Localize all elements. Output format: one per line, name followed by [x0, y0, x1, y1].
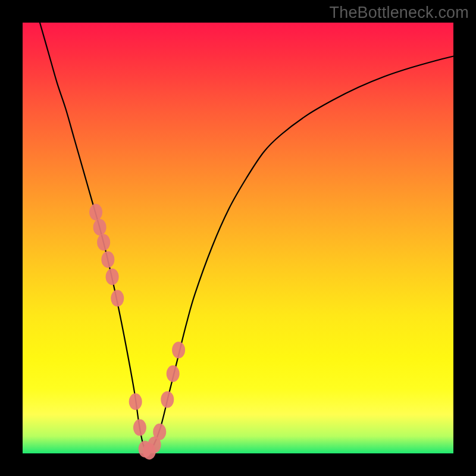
highlight-marker	[101, 251, 114, 268]
highlight-marker	[153, 424, 166, 440]
plot-area	[23, 23, 453, 453]
highlight-marker	[167, 365, 180, 382]
highlight-marker	[161, 392, 174, 408]
highlight-marker	[133, 419, 146, 436]
chart-svg	[23, 23, 453, 453]
highlight-markers	[89, 204, 185, 460]
highlight-marker	[93, 219, 107, 236]
highlight-marker	[172, 342, 185, 358]
highlight-marker	[111, 290, 124, 306]
highlight-marker	[129, 393, 142, 410]
watermark-text: TheBottleneck.com	[329, 4, 469, 22]
highlight-marker	[106, 268, 119, 285]
highlight-marker	[89, 204, 102, 221]
highlight-marker	[97, 234, 110, 250]
chart-container: TheBottleneck.com	[0, 0, 476, 476]
